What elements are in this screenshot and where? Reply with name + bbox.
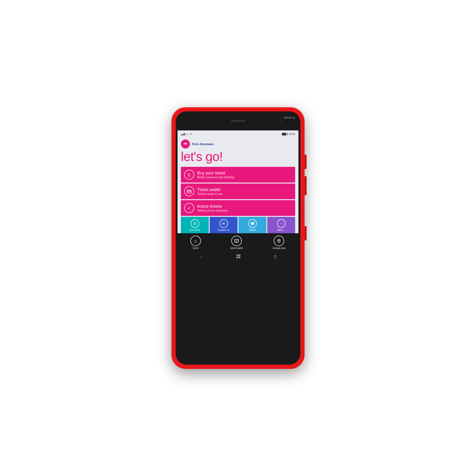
ticket-wallet-icon: [184, 186, 194, 196]
nokia-brand-label: NOKIA: [284, 116, 296, 119]
status-right: 10:30: [282, 133, 295, 136]
svg-rect-7: [239, 256, 240, 258]
wifi-icon: ∿: [187, 133, 188, 136]
contact-us-label: Contact us: [218, 229, 229, 231]
bottom-nav: ⌂ home ticket wallet: [176, 233, 300, 251]
twitter-tile[interactable]: Twitter: [238, 217, 266, 233]
brand-logo: [181, 139, 190, 149]
ticket-wallet-subtitle: Tickets ready to use: [197, 192, 222, 196]
contact-us-tile[interactable]: ✉ Contact us: [210, 217, 238, 233]
tiles-row: Bus times ✉ Contact us Twitter: [181, 217, 295, 233]
home-nav-label: home: [193, 247, 199, 249]
windows-button[interactable]: [236, 254, 241, 260]
more-icon: ···: [277, 219, 286, 228]
active-tickets-text: Active tickets Tickets you've activated: [197, 204, 227, 213]
buy-ticket-button[interactable]: £ Buy your ticket Mobile payment and tic…: [181, 167, 295, 183]
ticket-wallet-nav-item[interactable]: ticket wallet: [230, 236, 243, 249]
active-tickets-subtitle: Tickets you've activated: [197, 209, 227, 212]
ticket-wallet-text: Ticket wallet Tickets ready to use: [197, 187, 222, 196]
svg-rect-5: [239, 255, 240, 256]
back-button[interactable]: ←: [199, 255, 204, 259]
speaker: [231, 120, 245, 122]
change-area-nav-label: change area: [272, 247, 286, 249]
ticket-wallet-nav-icon: [231, 236, 242, 246]
signal-icon: [181, 133, 185, 136]
more-label: More...: [277, 229, 285, 231]
svg-rect-4: [237, 255, 238, 256]
phone-inner: NOKIA ∿ ✗: [176, 111, 300, 365]
status-bar: ∿ ✗ 10:30: [178, 130, 298, 137]
ticket-wallet-title: Ticket wallet: [197, 187, 222, 192]
battery-icon: [282, 133, 287, 136]
more-tile[interactable]: ··· More...: [267, 217, 295, 233]
twitter-label: Twitter: [249, 229, 256, 231]
change-area-nav-item[interactable]: change area: [272, 236, 286, 249]
bus-times-tile[interactable]: Bus times: [181, 217, 209, 233]
volume-up-button[interactable]: [305, 155, 306, 169]
svg-rect-0: [187, 190, 191, 193]
buy-ticket-subtitle: Mobile payment and ticketing: [197, 176, 234, 179]
buy-ticket-icon: £: [184, 170, 194, 180]
twitter-icon: [248, 219, 257, 228]
front-camera: [279, 120, 281, 122]
top-bezel: NOKIA: [176, 111, 300, 130]
time-display: 10:30: [289, 133, 295, 136]
app-content: First Aberdeen let's go! £ Buy your tick…: [178, 137, 298, 233]
windows-controls: ← ⚲: [176, 251, 300, 263]
buy-ticket-text: Buy your ticket Mobile payment and ticke…: [197, 171, 234, 179]
phone-device: NOKIA ∿ ✗: [171, 107, 305, 369]
active-tickets-icon: ✓: [184, 203, 194, 213]
bus-times-label: Bus times: [190, 229, 200, 231]
camera-button[interactable]: [305, 226, 306, 240]
bus-times-icon: [191, 219, 199, 228]
buy-ticket-title: Buy your ticket: [197, 171, 234, 176]
brand-header: First Aberdeen: [181, 139, 295, 149]
home-nav-item[interactable]: ⌂ home: [190, 236, 201, 249]
home-icon: ⌂: [190, 236, 201, 246]
svg-point-3: [278, 240, 280, 241]
bottom-bezel: [176, 263, 300, 270]
active-tickets-button[interactable]: ✓ Active tickets Tickets you've activate…: [181, 200, 295, 216]
status-left: ∿ ✗: [181, 133, 192, 136]
svg-rect-1: [188, 191, 189, 192]
ticket-wallet-nav-label: ticket wallet: [230, 247, 243, 249]
ticket-wallet-button[interactable]: Ticket wallet Tickets ready to use: [181, 184, 295, 199]
bluetooth-icon: ✗: [190, 133, 192, 136]
hero-text: let's go!: [181, 150, 295, 164]
svg-rect-6: [237, 256, 238, 258]
brand-name: First Aberdeen: [192, 142, 214, 146]
volume-down-button[interactable]: [305, 176, 306, 195]
change-area-icon: [274, 236, 284, 246]
search-button[interactable]: ⚲: [274, 254, 277, 259]
active-tickets-title: Active tickets: [197, 204, 227, 209]
screen: ∿ ✗ 10:30: [178, 130, 298, 233]
contact-us-icon: ✉: [220, 219, 228, 228]
